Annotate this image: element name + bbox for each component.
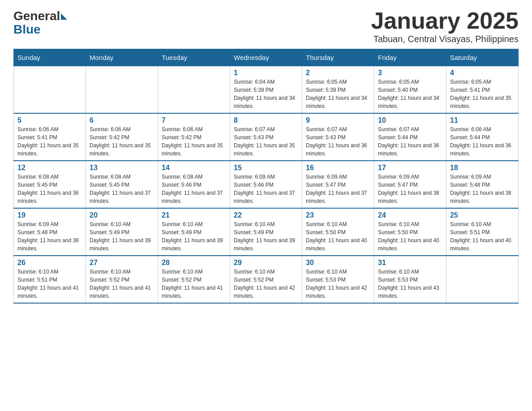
calendar-cell: 14Sunrise: 6:08 AM Sunset: 5:46 PM Dayli… (158, 161, 230, 208)
day-info: Sunrise: 6:10 AM Sunset: 5:50 PM Dayligh… (306, 220, 370, 253)
day-info: Sunrise: 6:10 AM Sunset: 5:51 PM Dayligh… (17, 268, 82, 300)
day-number: 8 (234, 116, 298, 124)
day-number: 15 (234, 164, 298, 172)
calendar-cell (86, 66, 158, 114)
calendar-cell: 7Sunrise: 6:06 AM Sunset: 5:42 PM Daylig… (158, 113, 230, 161)
month-title: January 2025 (371, 9, 519, 32)
day-info: Sunrise: 6:10 AM Sunset: 5:52 PM Dayligh… (234, 268, 298, 300)
calendar-cell (14, 66, 86, 114)
day-info: Sunrise: 6:08 AM Sunset: 5:45 PM Dayligh… (90, 173, 154, 205)
day-info: Sunrise: 6:10 AM Sunset: 5:53 PM Dayligh… (306, 268, 370, 300)
week-row-1: 1Sunrise: 6:04 AM Sunset: 5:39 PM Daylig… (14, 66, 519, 114)
calendar-cell: 29Sunrise: 6:10 AM Sunset: 5:52 PM Dayli… (230, 256, 302, 303)
header-day-sunday: Sunday (14, 49, 86, 66)
day-info: Sunrise: 6:04 AM Sunset: 5:39 PM Dayligh… (234, 78, 298, 110)
day-info: Sunrise: 6:07 AM Sunset: 5:43 PM Dayligh… (306, 125, 370, 158)
week-row-4: 19Sunrise: 6:09 AM Sunset: 5:48 PM Dayli… (14, 208, 519, 256)
day-info: Sunrise: 6:06 AM Sunset: 5:42 PM Dayligh… (162, 125, 226, 158)
day-number: 16 (306, 164, 370, 172)
day-info: Sunrise: 6:10 AM Sunset: 5:49 PM Dayligh… (234, 220, 298, 253)
day-info: Sunrise: 6:09 AM Sunset: 5:47 PM Dayligh… (378, 173, 442, 205)
day-info: Sunrise: 6:05 AM Sunset: 5:39 PM Dayligh… (306, 78, 370, 110)
calendar-cell: 1Sunrise: 6:04 AM Sunset: 5:39 PM Daylig… (230, 66, 302, 114)
day-number: 26 (17, 259, 82, 267)
day-number: 25 (450, 211, 515, 219)
day-number: 2 (306, 69, 370, 77)
day-number: 18 (450, 164, 515, 172)
calendar-cell (158, 66, 230, 114)
calendar-cell: 20Sunrise: 6:10 AM Sunset: 5:49 PM Dayli… (86, 208, 158, 256)
header-row: SundayMondayTuesdayWednesdayThursdayFrid… (14, 49, 519, 66)
day-number: 11 (450, 116, 515, 124)
calendar-cell: 30Sunrise: 6:10 AM Sunset: 5:53 PM Dayli… (302, 256, 374, 303)
day-info: Sunrise: 6:08 AM Sunset: 5:45 PM Dayligh… (17, 173, 82, 205)
day-info: Sunrise: 6:10 AM Sunset: 5:52 PM Dayligh… (90, 268, 154, 300)
day-info: Sunrise: 6:09 AM Sunset: 5:48 PM Dayligh… (17, 220, 82, 253)
calendar-cell (446, 256, 519, 303)
logo-general-text: General (13, 9, 60, 23)
day-info: Sunrise: 6:10 AM Sunset: 5:49 PM Dayligh… (162, 220, 226, 253)
logo-triangle-icon (61, 13, 67, 20)
day-number: 30 (306, 259, 370, 267)
day-number: 22 (234, 211, 298, 219)
day-info: Sunrise: 6:05 AM Sunset: 5:40 PM Dayligh… (378, 78, 442, 110)
day-info: Sunrise: 6:09 AM Sunset: 5:48 PM Dayligh… (450, 173, 515, 205)
day-number: 27 (90, 259, 154, 267)
day-number: 1 (234, 69, 298, 77)
day-info: Sunrise: 6:08 AM Sunset: 5:46 PM Dayligh… (162, 173, 226, 205)
day-number: 24 (378, 211, 442, 219)
calendar-cell: 22Sunrise: 6:10 AM Sunset: 5:49 PM Dayli… (230, 208, 302, 256)
day-number: 20 (90, 211, 154, 219)
day-info: Sunrise: 6:09 AM Sunset: 5:46 PM Dayligh… (234, 173, 298, 205)
day-number: 12 (17, 164, 82, 172)
day-number: 9 (306, 116, 370, 124)
calendar-cell: 12Sunrise: 6:08 AM Sunset: 5:45 PM Dayli… (14, 161, 86, 208)
day-number: 6 (90, 116, 154, 124)
header-day-saturday: Saturday (446, 49, 519, 66)
calendar-cell: 9Sunrise: 6:07 AM Sunset: 5:43 PM Daylig… (302, 113, 374, 161)
day-info: Sunrise: 6:07 AM Sunset: 5:43 PM Dayligh… (234, 125, 298, 158)
day-number: 23 (306, 211, 370, 219)
calendar-cell: 13Sunrise: 6:08 AM Sunset: 5:45 PM Dayli… (86, 161, 158, 208)
calendar-cell: 26Sunrise: 6:10 AM Sunset: 5:51 PM Dayli… (14, 256, 86, 303)
calendar-cell: 10Sunrise: 6:07 AM Sunset: 5:44 PM Dayli… (374, 113, 446, 161)
calendar-cell: 3Sunrise: 6:05 AM Sunset: 5:40 PM Daylig… (374, 66, 446, 114)
title-section: January 2025 Tabuan, Central Visayas, Ph… (371, 9, 519, 44)
day-number: 29 (234, 259, 298, 267)
week-row-3: 12Sunrise: 6:08 AM Sunset: 5:45 PM Dayli… (14, 161, 519, 208)
calendar-cell: 5Sunrise: 6:06 AM Sunset: 5:41 PM Daylig… (14, 113, 86, 161)
week-row-5: 26Sunrise: 6:10 AM Sunset: 5:51 PM Dayli… (14, 256, 519, 303)
calendar-table: SundayMondayTuesdayWednesdayThursdayFrid… (13, 49, 519, 304)
calendar-cell: 8Sunrise: 6:07 AM Sunset: 5:43 PM Daylig… (230, 113, 302, 161)
calendar-cell: 16Sunrise: 6:09 AM Sunset: 5:47 PM Dayli… (302, 161, 374, 208)
calendar-cell: 28Sunrise: 6:10 AM Sunset: 5:52 PM Dayli… (158, 256, 230, 303)
day-number: 19 (17, 211, 82, 219)
logo: General Blue (13, 9, 67, 36)
location-text: Tabuan, Central Visayas, Philippines (371, 34, 519, 44)
day-number: 31 (378, 259, 442, 267)
calendar-cell: 25Sunrise: 6:10 AM Sunset: 5:51 PM Dayli… (446, 208, 519, 256)
day-info: Sunrise: 6:06 AM Sunset: 5:42 PM Dayligh… (90, 125, 154, 158)
calendar-cell: 21Sunrise: 6:10 AM Sunset: 5:49 PM Dayli… (158, 208, 230, 256)
day-info: Sunrise: 6:06 AM Sunset: 5:41 PM Dayligh… (17, 125, 82, 158)
day-number: 3 (378, 69, 442, 77)
calendar-cell: 17Sunrise: 6:09 AM Sunset: 5:47 PM Dayli… (374, 161, 446, 208)
header-day-monday: Monday (86, 49, 158, 66)
day-number: 14 (162, 164, 226, 172)
day-number: 7 (162, 116, 226, 124)
calendar-cell: 19Sunrise: 6:09 AM Sunset: 5:48 PM Dayli… (14, 208, 86, 256)
day-number: 5 (17, 116, 82, 124)
day-info: Sunrise: 6:10 AM Sunset: 5:52 PM Dayligh… (162, 268, 226, 300)
calendar-cell: 27Sunrise: 6:10 AM Sunset: 5:52 PM Dayli… (86, 256, 158, 303)
day-info: Sunrise: 6:09 AM Sunset: 5:47 PM Dayligh… (306, 173, 370, 205)
day-info: Sunrise: 6:05 AM Sunset: 5:41 PM Dayligh… (450, 78, 515, 110)
header-day-wednesday: Wednesday (230, 49, 302, 66)
day-info: Sunrise: 6:10 AM Sunset: 5:53 PM Dayligh… (378, 268, 442, 300)
header-day-thursday: Thursday (302, 49, 374, 66)
page-header: General Blue January 2025 Tabuan, Centra… (13, 9, 519, 44)
day-info: Sunrise: 6:10 AM Sunset: 5:51 PM Dayligh… (450, 220, 515, 253)
calendar-cell: 24Sunrise: 6:10 AM Sunset: 5:50 PM Dayli… (374, 208, 446, 256)
day-number: 13 (90, 164, 154, 172)
day-number: 4 (450, 69, 515, 77)
calendar-cell: 6Sunrise: 6:06 AM Sunset: 5:42 PM Daylig… (86, 113, 158, 161)
